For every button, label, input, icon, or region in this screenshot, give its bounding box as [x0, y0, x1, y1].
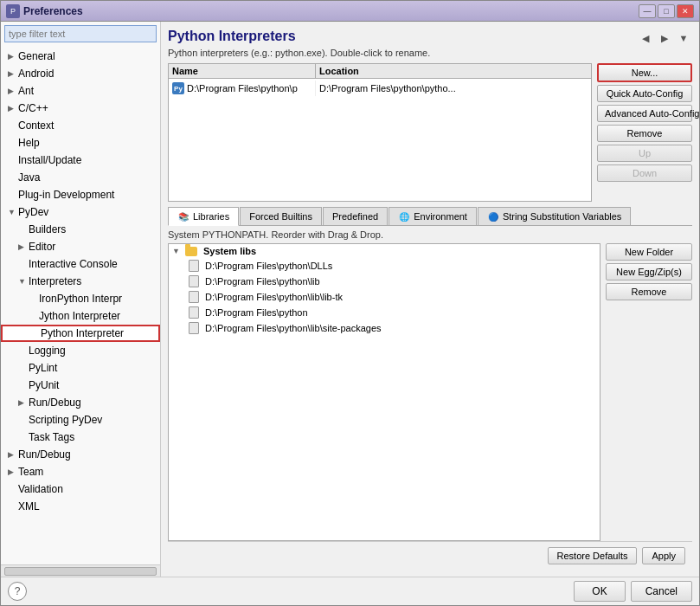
sidebar-item-team[interactable]: ▶ Team	[1, 463, 160, 480]
sidebar-item-interpreters[interactable]: ▼ Interpreters	[1, 273, 160, 290]
sidebar-item-interactive-console[interactable]: Interactive Console	[1, 255, 160, 273]
up-button[interactable]: Up	[597, 145, 692, 162]
sidebar-item-editor[interactable]: ▶ Editor	[1, 238, 160, 255]
sidebar-item-cpp[interactable]: ▶ C/C++	[1, 100, 160, 117]
sidebar-item-label: Ant	[18, 85, 34, 97]
path-item-site-packages[interactable]: D:\Program Files\python\lib\site-package…	[169, 320, 600, 336]
sidebar-item-label: Interpreters	[29, 275, 81, 287]
right-panel: Python Interpreters Python interpreters …	[161, 22, 699, 577]
tab-environment[interactable]: 🌐 Environment	[389, 207, 477, 225]
quick-auto-config-button[interactable]: Quick Auto-Config	[597, 85, 692, 102]
table-row[interactable]: Py D:\Program Files\python\p D:\Program …	[169, 79, 591, 98]
tab-forced-builtins[interactable]: Forced Builtins	[240, 207, 322, 225]
interpreter-buttons: New... Quick Auto-Config Advanced Auto-C…	[597, 63, 692, 202]
sidebar-item-label: Run/Debug	[29, 396, 81, 409]
tab-libraries[interactable]: 📚 Libraries	[168, 207, 239, 226]
search-input[interactable]	[4, 25, 157, 42]
minimize-button[interactable]: —	[639, 4, 656, 18]
sidebar-item-label: Plug-in Development	[18, 189, 114, 201]
sidebar-item-pydev[interactable]: ▼ PyDev	[1, 203, 160, 221]
h-scrollbar[interactable]	[4, 567, 157, 576]
sidebar-item-android[interactable]: ▶ Android	[1, 65, 160, 82]
cancel-button[interactable]: Cancel	[631, 581, 692, 602]
sidebar-item-label: Context	[18, 119, 54, 132]
sidebar-item-jython[interactable]: Jython Interpreter	[1, 307, 160, 325]
ok-button[interactable]: OK	[574, 581, 625, 602]
path-label: D:\Program Files\python\lib\lib-tk	[205, 292, 343, 302]
sidebar-item-pylint[interactable]: PyLint	[1, 359, 160, 377]
close-button[interactable]: ✕	[677, 4, 694, 18]
apply-button[interactable]: Apply	[642, 547, 685, 564]
sidebar-item-label: Scripting PyDev	[29, 414, 102, 426]
pythonpath-content: ▼ System libs D:\Program Files\python\DL…	[168, 243, 692, 541]
sidebar-item-label: C/C++	[18, 102, 48, 114]
file-icon	[189, 275, 199, 287]
action-bar: ? OK Cancel	[1, 577, 699, 605]
sidebar-item-python-interpreter[interactable]: Python Interpreter	[1, 325, 160, 342]
file-icon	[189, 306, 199, 319]
path-item-python[interactable]: D:\Program Files\python	[169, 305, 600, 320]
file-icon	[189, 322, 199, 334]
maximize-button[interactable]: □	[658, 4, 675, 18]
sidebar-item-ant[interactable]: ▶ Ant	[1, 82, 160, 100]
tab-predefined[interactable]: Predefined	[323, 207, 388, 225]
sidebar-item-help[interactable]: Help	[1, 134, 160, 152]
path-item-dlls[interactable]: D:\Program Files\python\DLLs	[169, 258, 600, 274]
sidebar-item-validation[interactable]: Validation	[1, 480, 160, 498]
table-header: Name Location	[169, 64, 591, 79]
sidebar-item-label: Run/Debug	[18, 448, 71, 461]
forward-button[interactable]: ▶	[656, 30, 673, 46]
sidebar-item-pyunit[interactable]: PyUnit	[1, 377, 160, 394]
sidebar-item-label: Team	[18, 466, 43, 478]
tab-label: Environment	[414, 211, 467, 222]
titlebar-buttons: — □ ✕	[639, 4, 694, 18]
sidebar-item-logging[interactable]: Logging	[1, 342, 160, 359]
new-egg-zip-button[interactable]: New Egg/Zip(s)	[606, 263, 692, 280]
file-icon	[189, 291, 199, 303]
arrow-icon: ▶	[8, 104, 18, 113]
new-folder-button[interactable]: New Folder	[606, 243, 692, 261]
sidebar-item-label: Editor	[29, 241, 55, 253]
sidebar-item-run-debug[interactable]: ▶ Run/Debug	[1, 394, 160, 411]
sidebar-item-builders[interactable]: Builders	[1, 221, 160, 238]
path-item-lib[interactable]: D:\Program Files\python\lib	[169, 274, 600, 289]
remove-button[interactable]: Remove	[597, 125, 692, 142]
sidebar-item-xml[interactable]: XML	[1, 498, 160, 515]
scrollbar-area	[1, 564, 160, 577]
dropdown-button[interactable]: ▼	[675, 30, 692, 46]
sidebar-item-java[interactable]: Java	[1, 169, 160, 186]
sidebar-item-label: Validation	[18, 483, 63, 495]
path-remove-button[interactable]: Remove	[606, 283, 692, 300]
restore-defaults-button[interactable]: Restore Defaults	[548, 547, 638, 564]
path-buttons: New Folder New Egg/Zip(s) Remove	[606, 243, 692, 541]
tab-label: String Substitution Variables	[503, 211, 621, 222]
arrow-icon: ▶	[18, 242, 29, 251]
sidebar-item-task-tags[interactable]: Task Tags	[1, 429, 160, 446]
back-button[interactable]: ◀	[637, 30, 654, 46]
interpreter-area: Name Location Py D:\Program Files\python…	[168, 63, 692, 202]
sidebar-item-install[interactable]: Install/Update	[1, 152, 160, 169]
sidebar-item-scripting[interactable]: Scripting PyDev	[1, 411, 160, 429]
sidebar-item-plugin[interactable]: Plug-in Development	[1, 186, 160, 203]
sidebar-item-run-debug-top[interactable]: ▶ Run/Debug	[1, 446, 160, 463]
help-button[interactable]: ?	[8, 582, 27, 601]
tab-label: Predefined	[332, 211, 378, 222]
arrow-icon: ▼	[8, 208, 18, 216]
tab-label: Libraries	[193, 211, 229, 222]
arrow-icon: ▶	[8, 52, 18, 61]
tabs-bar: 📚 Libraries Forced Builtins Predefined 🌐…	[168, 207, 692, 226]
sidebar-item-label: Python Interpreter	[41, 327, 124, 339]
sidebar-item-ironpython[interactable]: IronPython Interpr	[1, 290, 160, 307]
main-content: ▶ General ▶ Android ▶ Ant ▶ C/C++ Con	[1, 22, 699, 577]
path-tree-root[interactable]: ▼ System libs	[169, 244, 600, 258]
arrow-icon: ▶	[8, 69, 18, 78]
path-item-lib-tk[interactable]: D:\Program Files\python\lib\lib-tk	[169, 289, 600, 305]
sidebar-item-label: Help	[18, 137, 40, 149]
sidebar-item-context[interactable]: Context	[1, 117, 160, 134]
new-button[interactable]: New...	[597, 63, 692, 82]
tab-string-substitution[interactable]: 🔵 String Substitution Variables	[478, 207, 631, 225]
file-icon	[189, 260, 199, 272]
sidebar-item-general[interactable]: ▶ General	[1, 48, 160, 65]
down-button[interactable]: Down	[597, 164, 692, 182]
advanced-auto-config-button[interactable]: Advanced Auto-Config	[597, 105, 692, 122]
